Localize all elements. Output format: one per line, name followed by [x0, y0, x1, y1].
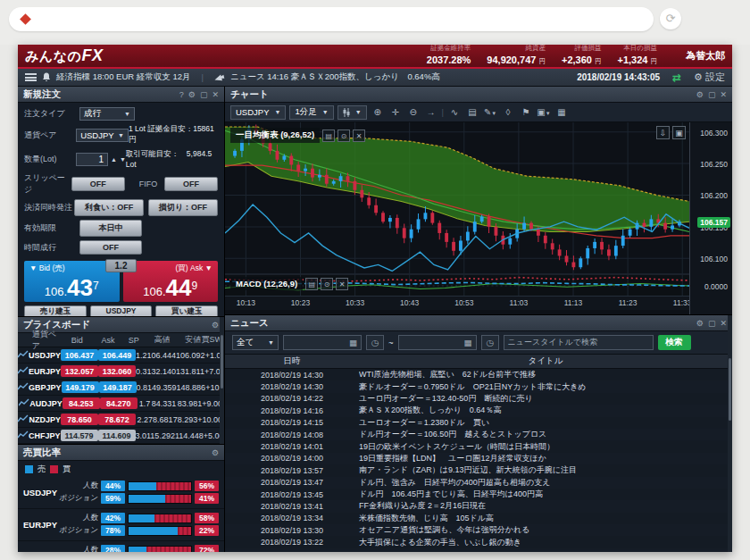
ticker-indicator[interactable]: 経済指標 18:00 EUR 経常収支 12月 [56, 71, 190, 83]
mini-chart-icon[interactable] [18, 366, 29, 377]
ticker-news[interactable]: ニュース 14:16 豪ＡＳＸ200指数、しっかり 0.64%高 [230, 71, 440, 83]
mini-chart-icon[interactable] [18, 382, 29, 393]
news-row[interactable]: 2018/02/19 14:16豪ＡＳＸ200指数、しっかり 0.64％高 [225, 405, 732, 416]
mini-chart-icon[interactable] [18, 350, 29, 361]
indicator-settings-icon[interactable]: ▤ [305, 278, 318, 290]
mini-chart-icon[interactable] [18, 398, 29, 409]
browser-refresh-button[interactable]: ⟳ [660, 8, 681, 29]
chart-interval-select[interactable]: 1分足▼ [289, 105, 333, 120]
stop-loss-button[interactable]: 損切り：OFF [148, 199, 218, 216]
news-row[interactable]: 2018/02/19 13:22大手損保による企業の手当、いぶし銀の動き [225, 536, 732, 547]
price-board-row[interactable]: AUDJPY84.25384.2701.784.33183.981+9.00 [18, 396, 224, 412]
date-to-input[interactable]: ▦ [398, 335, 477, 350]
news-row[interactable]: 2018/02/19 14:15ユーロオーダー＝1.2380ドル 買い [225, 417, 732, 429]
grid-icon[interactable]: ▦ [554, 105, 569, 120]
gear-icon[interactable]: ⚙ [212, 448, 219, 457]
price-board-row[interactable]: CHFJPY114.579114.6093.0115.292114.448+5.… [18, 428, 224, 444]
price-board-row[interactable]: EURJPY132.057132.0600.3132.140131.811+7.… [18, 364, 224, 380]
close-icon[interactable]: ✕ [212, 90, 219, 99]
url-bar[interactable] [9, 7, 654, 31]
ask-quote[interactable]: 84.270 [100, 397, 138, 409]
draw-icon[interactable]: ✎▼ [483, 105, 497, 120]
pair-select[interactable]: USDJPY▼ [76, 129, 129, 142]
time-from-icon[interactable]: ◷ [366, 335, 384, 350]
slippage-button[interactable]: OFF [71, 177, 125, 191]
exchange-icon[interactable]: ⇄ [672, 71, 681, 84]
fifo-button[interactable]: OFF [164, 177, 218, 191]
ask-quote[interactable]: 149.187 [99, 381, 137, 393]
quantity-stepper[interactable]: 1 [76, 153, 108, 166]
ask-quote[interactable]: 106.449 [98, 349, 136, 361]
mini-chart-icon[interactable] [18, 430, 29, 441]
maximize-icon[interactable]: ▢ [708, 319, 716, 328]
news-row[interactable]: 2018/02/19 13:47ドル円、強含み 日経平均の400円超高も相場の支… [225, 477, 732, 489]
time-to-icon[interactable]: ◷ [481, 335, 499, 350]
maximize-icon[interactable]: ▢ [200, 90, 208, 99]
time-order-button[interactable]: OFF [79, 240, 142, 255]
expiry-button[interactable]: 本日中 [79, 220, 142, 237]
pan-icon[interactable]: ✛ [388, 105, 403, 120]
news-category-select[interactable]: 全て▼ [232, 335, 279, 350]
go-to-end-icon[interactable]: → [424, 105, 438, 120]
ask-button[interactable]: (買) Ask ▼ 106.449 [123, 261, 219, 302]
price-board-row[interactable]: NZDJPY78.65078.6722.278.68178.293+10.00 [18, 412, 224, 428]
zoom-out-icon[interactable]: ⊖ [406, 105, 421, 120]
menu-icon[interactable] [25, 73, 37, 81]
indicator-close-icon[interactable]: ✕ [336, 278, 348, 290]
fullscreen-icon[interactable]: ▣ [672, 126, 686, 139]
news-row[interactable]: 2018/02/19 13:41FF金利織り込み度 2＝2月16日現在 [225, 500, 732, 512]
news-row[interactable]: 2018/02/19 13:45ドル円 106.45円までじり高、日経平均は40… [225, 489, 732, 500]
chart-type-select[interactable]: ▼ [338, 105, 367, 120]
template-icon[interactable]: ▣▼ [537, 105, 551, 120]
settings-gear-icon[interactable]: ⚙ 設定 [694, 71, 725, 84]
close-icon[interactable]: ✕ [720, 90, 727, 99]
save-layout-icon[interactable]: ▤ [465, 105, 479, 120]
price-board-row[interactable]: GBPJPY149.179149.1870.8149.359148.886+10… [18, 380, 224, 396]
app-logo[interactable]: みんなのFX [25, 46, 103, 65]
date-from-input[interactable]: ▦ [283, 335, 362, 350]
news-search-button[interactable]: 検索 [658, 335, 691, 350]
close-all-buy-button[interactable]: 買い建玉一括決済 [155, 305, 218, 317]
news-row[interactable]: 2018/02/19 14:30豪ドルオーダー＝0.7950ドル OP21日NY… [225, 380, 732, 392]
price-board-row[interactable]: USDJPY106.437106.4491.2106.444106.092+1.… [18, 347, 224, 364]
indicator-settings-icon[interactable]: ▤ [322, 130, 335, 142]
ask-quote[interactable]: 132.060 [98, 365, 136, 377]
news-row[interactable]: 2018/02/19 13:57南ア・ランド（ZAR）は9.13円近辺、新大統領… [225, 464, 732, 476]
news-row[interactable]: 2018/02/19 13:34米株価指数先物、じり高 105ドル高 [225, 513, 732, 524]
zoom-in-icon[interactable]: ⊕ [371, 105, 385, 120]
gear-icon[interactable]: ⚙ [188, 90, 196, 99]
bid-quote[interactable]: 149.179 [62, 381, 99, 393]
indicator-visibility-icon[interactable]: ⊙ [338, 130, 350, 142]
ask-quote[interactable]: 78.672 [98, 414, 136, 425]
stepper-up-icon[interactable]: ▲ [111, 156, 117, 163]
indicator-visibility-icon[interactable]: ⊙ [321, 278, 333, 290]
chart-pair-select[interactable]: USDJPY▼ [230, 105, 286, 120]
indicator-icon[interactable]: ∿ [447, 105, 462, 120]
chart-plot[interactable]: 一目均衡表 (9,26,52) ▤ ⊙ ✕ ⇩ ▣ MACD (12,26,9)… [225, 122, 689, 314]
gear-icon[interactable]: ⚙ [696, 90, 704, 99]
news-row[interactable]: 2018/02/19 14:08ドル円オーダー＝106.50円 越えるとストップ… [225, 429, 732, 440]
indicator-close-icon[interactable]: ✕ [353, 130, 365, 142]
news-row[interactable]: 2018/02/19 14:22ユーロ円オーダー＝132.40-50円 断続的に… [225, 393, 732, 405]
bid-quote[interactable]: 84.253 [62, 397, 100, 409]
news-row[interactable]: 2018/02/19 13:30オセアニア通貨は堅調も、今年は強弱分かれる [225, 524, 732, 536]
scroll-down-icon[interactable]: ⇩ [656, 126, 670, 139]
news-scrollbar[interactable] [728, 315, 732, 552]
help-icon[interactable]: ? [179, 90, 184, 99]
maximize-icon[interactable]: ▢ [708, 90, 716, 99]
news-row[interactable]: 2018/02/19 14:0119日の欧米イベントスケジュール（時間は日本時間… [225, 440, 732, 452]
mini-chart-icon[interactable] [18, 414, 29, 425]
stepper-down-icon[interactable]: ▼ [120, 156, 126, 163]
order-type-select[interactable]: 成行▼ [79, 107, 135, 121]
bid-quote[interactable]: 132.057 [61, 365, 98, 377]
gear-icon[interactable]: ⚙ [212, 321, 219, 330]
ask-quote[interactable]: 114.609 [98, 430, 136, 441]
gear-icon[interactable]: ⚙ [696, 319, 704, 328]
bid-quote[interactable]: 78.650 [61, 414, 98, 425]
close-all-sell-button[interactable]: 売り建玉一括決済 [24, 305, 87, 317]
close-all-pair-button[interactable]: USDJPY一括決済 [90, 305, 153, 317]
close-icon[interactable]: ✕ [720, 319, 727, 328]
take-profit-button[interactable]: 利食い：OFF [74, 199, 144, 216]
news-row[interactable]: 2018/02/19 14:0019日重要指標【LDN】 ユーロ圏12月経常収支… [225, 453, 732, 464]
user-name[interactable]: 為替太郎 [686, 49, 725, 63]
